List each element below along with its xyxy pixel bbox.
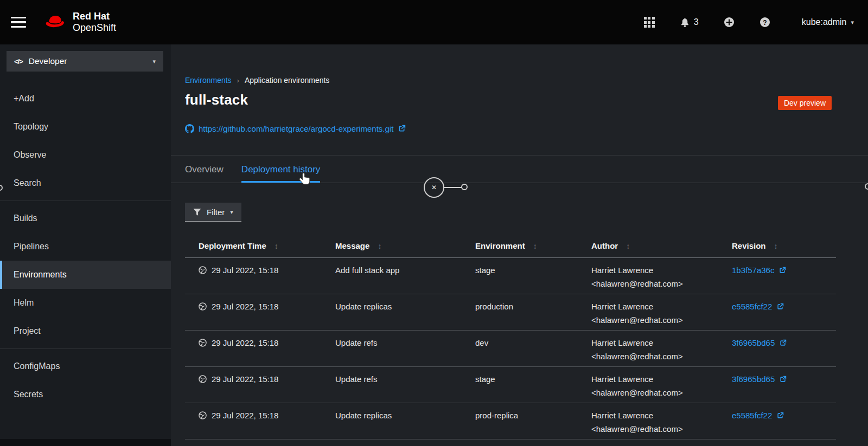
main-content: Environments › Application environments … (171, 44, 868, 446)
sidebar-item-configmaps[interactable]: ConfigMaps (0, 352, 171, 380)
menu-toggle-icon[interactable] (11, 17, 26, 28)
git-repo-row: https://github.com/harrietgrace/argocd-e… (185, 124, 868, 133)
sidebar-item-observe[interactable]: Observe (0, 141, 171, 169)
sort-icon[interactable]: ↕ (378, 242, 381, 250)
table-row: 29 Jul 2022, 15:18 Update refs stage Har… (185, 367, 836, 403)
sort-icon[interactable]: ↕ (533, 242, 537, 250)
filter-icon (193, 208, 201, 216)
deployment-environment: prod-replica (468, 411, 584, 420)
deployment-message: Update refs (328, 338, 468, 347)
column-header-label: Author (591, 241, 618, 250)
sidebar-item-builds[interactable]: Builds (0, 204, 171, 232)
sidebar-item-search[interactable]: Search (0, 169, 171, 197)
deployment-time: 29 Jul 2022, 15:18 (212, 302, 278, 311)
author-email: <halawren@redhat.com> (591, 388, 724, 397)
table-row: 29 Jul 2022, 15:18 Add full stack app st… (185, 258, 836, 294)
revision-link[interactable]: e5585fcf22 (732, 302, 784, 311)
sidebar-item-topology[interactable]: Topology (0, 113, 171, 141)
author-name: Harriet Lawrence (591, 374, 724, 384)
close-icon: ✕ (431, 184, 437, 191)
chevron-down-icon: ▾ (851, 19, 854, 26)
sidebar-bottom-strip (0, 439, 171, 446)
revision-text: 3f6965bd65 (732, 374, 775, 384)
sidebar-items: +AddTopologyObserveSearchBuildsPipelines… (0, 85, 171, 409)
cursor-pointer (298, 172, 311, 186)
tab-overview[interactable]: Overview (185, 164, 224, 183)
sidebar-nav: </> Developer ▾ +AddTopologyObserveSearc… (0, 44, 171, 446)
author-email: <halawren@redhat.com> (591, 315, 724, 325)
globe-icon (199, 375, 207, 383)
external-link-icon (779, 376, 787, 383)
plus-circle-icon (724, 17, 735, 28)
column-header-label: Message (335, 241, 369, 250)
revision-link[interactable]: 3f6965bd65 (732, 374, 787, 384)
notifications-button[interactable]: 3 (680, 17, 699, 28)
sort-icon[interactable]: ↕ (774, 242, 778, 250)
help-button[interactable]: ? (760, 17, 770, 28)
brand-name-line2: OpenShift (73, 22, 116, 34)
breadcrumb-current: Application environments (245, 76, 329, 85)
page-title: full-stack (185, 92, 868, 108)
column-header-label: Environment (475, 241, 525, 250)
filter-dropdown[interactable]: Filter ▾ (185, 203, 241, 222)
sidebar-item-add[interactable]: +Add (0, 85, 171, 113)
author-name: Harriet Lawrence (591, 266, 724, 275)
deployment-message: Update replicas (328, 411, 468, 420)
revision-link[interactable]: 1b3f57a36c (732, 266, 786, 275)
revision-text: 1b3f57a36c (732, 266, 774, 275)
revision-link[interactable]: e5585fcf22 (732, 411, 784, 420)
breadcrumb-environments-link[interactable]: Environments (185, 76, 232, 85)
revision-text: e5585fcf22 (732, 302, 772, 311)
column-header[interactable]: Deployment Time ↕ (191, 238, 328, 257)
git-repo-link[interactable]: https://github.com/harrietgrace/argocd-e… (199, 124, 393, 133)
brand-name-line1: Red Hat (73, 11, 116, 22)
author-email: <halawren@redhat.com> (591, 424, 724, 434)
sort-icon[interactable]: ↕ (626, 242, 630, 250)
globe-icon (199, 411, 207, 419)
nav-divider (0, 201, 171, 201)
user-menu[interactable]: kube:admin ▾ (802, 17, 854, 27)
annotation-connector-line (444, 187, 462, 188)
sidebar-item-pipelines[interactable]: Pipelines (0, 232, 171, 261)
deployment-environment: dev (468, 338, 584, 347)
sort-icon[interactable]: ↕ (275, 242, 278, 250)
chevron-down-icon: ▾ (230, 209, 233, 216)
sidebar-item-helm[interactable]: Helm (0, 289, 171, 317)
app-launcher-icon[interactable] (644, 17, 655, 28)
brand-logo: Red Hat OpenShift (43, 11, 116, 33)
dev-preview-badge: Dev preview (778, 96, 832, 110)
column-header[interactable]: Revision ↕ (724, 238, 836, 257)
deployment-time: 29 Jul 2022, 15:18 (212, 338, 278, 347)
perspective-switcher[interactable]: </> Developer ▾ (7, 51, 163, 72)
column-header[interactable]: Environment ↕ (468, 238, 584, 257)
column-header[interactable]: Author ↕ (584, 238, 724, 257)
annotation-edge-dot-right (865, 183, 868, 190)
code-icon: </> (14, 57, 23, 66)
globe-icon (199, 302, 207, 311)
author-name: Harriet Lawrence (591, 302, 724, 311)
github-icon (185, 124, 194, 133)
revision-link[interactable]: 3f6965bd65 (732, 338, 787, 347)
tab-bar: OverviewDeployment history (171, 156, 868, 183)
table-row: 29 Jul 2022, 15:18 Update replicas prod-… (185, 403, 836, 439)
deployment-environment: stage (468, 374, 584, 384)
user-name: kube:admin (802, 17, 847, 27)
sidebar-item-secrets[interactable]: Secrets (0, 380, 171, 409)
notification-count: 3 (694, 17, 699, 27)
column-header[interactable]: Message ↕ (328, 238, 468, 257)
deployment-environment: production (468, 302, 584, 311)
add-button[interactable] (724, 17, 735, 28)
external-link-icon (398, 125, 406, 133)
sidebar-item-environments[interactable]: Environments (0, 261, 171, 289)
deployment-message: Add full stack app (328, 266, 468, 275)
redhat-fedora-icon (43, 14, 67, 31)
revision-text: e5585fcf22 (732, 411, 772, 420)
author-name: Harriet Lawrence (591, 411, 724, 420)
author-email: <halawren@redhat.com> (591, 279, 724, 288)
external-link-icon (778, 267, 786, 274)
filter-label: Filter (207, 208, 225, 217)
deployment-time: 29 Jul 2022, 15:18 (212, 411, 278, 420)
external-link-icon (779, 339, 787, 347)
masthead: Red Hat OpenShift 3 ? kube: (0, 0, 868, 44)
sidebar-item-project[interactable]: Project (0, 317, 171, 345)
